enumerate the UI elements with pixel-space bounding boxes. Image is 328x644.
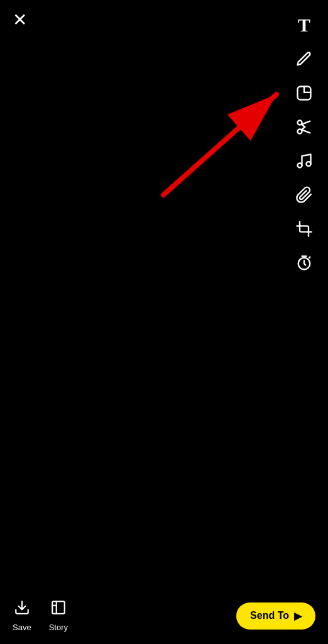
story-button[interactable]: Story [49, 599, 68, 632]
link-tool-button[interactable] [293, 184, 315, 206]
timer-tool-button[interactable] [293, 252, 315, 274]
scissors-tool-button[interactable] [293, 116, 315, 138]
send-to-button[interactable]: Send To ▶ [236, 602, 315, 630]
crop-tool-button[interactable] [293, 218, 315, 240]
send-to-label: Send To [250, 610, 289, 621]
top-bar: ✕ T [0, 0, 328, 274]
music-tool-button[interactable] [293, 150, 315, 172]
story-label: Story [49, 623, 68, 632]
svg-line-3 [302, 121, 310, 125]
scissors-icon [295, 118, 313, 136]
chevron-right-icon: ▶ [294, 610, 302, 622]
music-icon [295, 152, 313, 170]
story-icon [50, 599, 67, 620]
crop-icon [295, 220, 313, 238]
save-icon [14, 599, 30, 620]
svg-line-4 [302, 130, 310, 133]
svg-point-8 [307, 162, 311, 166]
bottom-bar: Save Story Send To ▶ [0, 587, 328, 644]
svg-rect-13 [52, 601, 65, 614]
pen-tool-button[interactable] [293, 48, 315, 70]
pen-icon [295, 50, 313, 68]
save-label: Save [13, 623, 31, 632]
close-button[interactable]: ✕ [13, 11, 27, 29]
link-icon [295, 186, 313, 204]
svg-point-7 [298, 164, 302, 168]
save-button[interactable]: Save [13, 599, 31, 632]
bottom-left-actions: Save Story [13, 599, 68, 632]
sticker-tool-button[interactable] [293, 82, 315, 104]
sticker-icon [295, 84, 313, 102]
right-toolbar: T [293, 11, 315, 274]
text-tool-button[interactable]: T [293, 14, 315, 36]
timer-icon [295, 254, 313, 272]
svg-line-6 [302, 127, 305, 130]
